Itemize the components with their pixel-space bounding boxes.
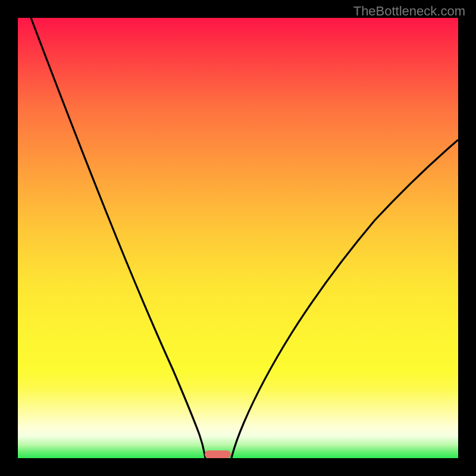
chart-plot-area	[18, 18, 458, 458]
right-curve	[231, 140, 458, 458]
watermark-text: TheBottleneck.com	[353, 4, 465, 19]
chart-curves	[18, 18, 458, 458]
left-curve	[31, 18, 205, 458]
bottleneck-marker	[205, 450, 231, 458]
